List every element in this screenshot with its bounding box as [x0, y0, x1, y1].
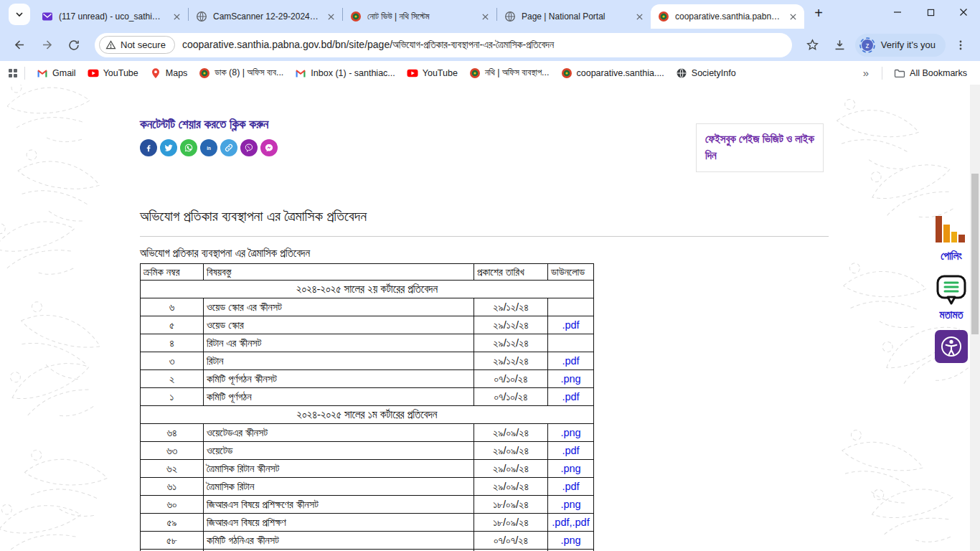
download-link[interactable]: .png — [560, 534, 580, 546]
download-cell: .png — [548, 460, 594, 478]
subject-cell: ত্রৈমাসিক রিটান স্কীনসট — [204, 460, 474, 478]
bookmark-star-button[interactable] — [801, 33, 825, 57]
tab-close-button[interactable] — [171, 13, 182, 21]
tab-title: CamScanner 12-29-2024 12. — [213, 11, 319, 22]
share-whatsapp-button[interactable] — [180, 139, 197, 156]
serial-cell: ৬৪ — [141, 424, 204, 442]
forward-button[interactable] — [34, 33, 59, 57]
accessibility-icon — [937, 332, 966, 361]
download-link[interactable]: .png — [560, 463, 580, 474]
download-link[interactable]: .pdf — [562, 481, 579, 492]
scrollbar-thumb[interactable] — [971, 174, 979, 334]
divider — [882, 67, 882, 80]
table-row: ২কমিটি পূর্ণগঠন স্কীনসট০৭/১০/২৪.png — [141, 370, 594, 388]
serial-cell: ৫৯ — [141, 514, 204, 532]
browser-tab[interactable]: (117 unread) - uco_sathia@y — [34, 4, 188, 29]
url-text[interactable]: cooparative.santhia.pabna.gov.bd/bn/site… — [182, 39, 782, 51]
browser-menu-button[interactable] — [948, 33, 973, 57]
feedback-widget[interactable] — [936, 274, 967, 310]
tab-close-button[interactable] — [633, 13, 645, 21]
bookmark-item[interactable]: YouTube — [82, 65, 144, 82]
bookmarks-overflow-button[interactable]: » — [856, 67, 876, 79]
column-header: বিষয়বস্তু — [204, 264, 474, 281]
tab-strip: (117 unread) - uco_sathia@yCamScanner 12… — [0, 0, 980, 29]
bookmark-item[interactable]: নথি | অফিস ব্যবস্থাপ... — [463, 65, 555, 82]
all-bookmarks-button[interactable]: All Bookmarks — [888, 65, 973, 82]
download-link[interactable]: .pdf — [562, 319, 579, 331]
bookmark-item[interactable]: ডাক (8) | অফিস ব্যব... — [193, 65, 289, 82]
bookmark-item[interactable]: SocietyInfo — [670, 65, 742, 82]
content-panel: কনটেন্টটি শেয়ার করতে ক্লিক করুন in ফেইস… — [118, 85, 836, 551]
feedback-label[interactable]: মতামত — [930, 309, 973, 321]
download-link[interactable]: .png — [560, 373, 580, 385]
bookmark-item[interactable]: YouTube — [401, 65, 463, 82]
reload-icon — [67, 39, 80, 52]
security-chip[interactable]: Not secure — [99, 36, 175, 54]
share-viber-button[interactable] — [240, 139, 258, 156]
download-link[interactable]: .pdf,.pdf — [552, 517, 589, 528]
new-tab-button[interactable]: + — [809, 4, 829, 24]
tab-close-button[interactable] — [325, 13, 336, 21]
reload-button[interactable] — [62, 33, 86, 57]
back-button[interactable] — [7, 33, 32, 57]
accessibility-button[interactable] — [935, 330, 968, 363]
share-link-button[interactable] — [220, 139, 237, 156]
page-scrollbar[interactable] — [970, 85, 980, 551]
table-row: ৪রিটান এর স্কীনসট২৯/১২/২৪ — [141, 334, 594, 352]
date-cell: ১৮/০৯/২৪ — [474, 514, 548, 532]
close-window-button[interactable] — [947, 0, 980, 24]
downloads-button[interactable] — [828, 33, 852, 57]
date-cell: ০৭/১০/২৪ — [474, 370, 548, 388]
download-link[interactable]: .pdf — [562, 445, 579, 456]
bookmark-item[interactable]: Gmail — [31, 65, 82, 82]
share-messenger-button[interactable] — [260, 139, 278, 156]
date-cell: ২৯/১২/২৪ — [474, 352, 548, 370]
maps-icon — [150, 67, 161, 79]
minimize-button[interactable] — [881, 0, 914, 24]
facebook-page-box[interactable]: ফেইসবুক পেইজ ভিজিট ও লাইক দিন — [696, 123, 824, 172]
browser-tab[interactable]: নোট ভিউ | নথি সিস্টেম — [343, 4, 496, 29]
profile-verify-button[interactable]: z Verify it's you — [855, 34, 946, 57]
speech-bubble-icon — [936, 274, 967, 307]
globe-icon — [504, 11, 516, 22]
globe-dark-icon — [676, 67, 687, 79]
maximize-button[interactable] — [914, 0, 947, 24]
viber-icon — [244, 143, 254, 153]
tab-close-button[interactable] — [787, 13, 798, 21]
browser-tab[interactable]: CamScanner 12-29-2024 12. — [189, 4, 342, 29]
download-link[interactable]: .png — [560, 499, 580, 510]
browser-tab[interactable]: Page | National Portal — [497, 4, 651, 29]
polling-label[interactable]: পোলিং — [930, 250, 973, 263]
download-link[interactable]: .pdf — [562, 391, 579, 402]
browser-tab-active[interactable]: cooparative.santhia.pabna.g — [651, 4, 804, 29]
tab-close-button[interactable] — [479, 13, 491, 21]
download-link[interactable]: .png — [560, 427, 580, 438]
download-cell — [548, 298, 594, 316]
bookmark-item[interactable]: cooparative.santhia.... — [555, 65, 670, 82]
bookmark-item[interactable]: Inbox (1) - santhiac... — [289, 65, 400, 82]
share-linkedin-button[interactable]: in — [200, 139, 217, 156]
share-facebook-button[interactable] — [140, 139, 157, 156]
bookmark-item[interactable]: Maps — [144, 65, 194, 82]
divider — [24, 67, 25, 80]
bookmark-label: SocietyInfo — [692, 68, 736, 78]
download-cell: .png — [548, 370, 594, 388]
tab-title: (117 unread) - uco_sathia@y — [59, 11, 165, 22]
table-row: ৫ওয়েড স্কোর২৯/১২/২৪.pdf — [141, 316, 594, 334]
tab-search-button[interactable] — [9, 4, 30, 25]
polling-widget[interactable] — [934, 212, 967, 248]
address-bar[interactable]: Not secure cooparative.santhia.pabna.gov… — [95, 33, 792, 57]
bookmark-label: Maps — [166, 68, 188, 78]
verify-label: Verify it's you — [881, 39, 936, 50]
close-icon — [327, 13, 335, 21]
mail-icon — [42, 11, 53, 22]
close-icon — [959, 8, 968, 17]
serial-cell: ৬২ — [141, 460, 204, 478]
share-twitter-button[interactable] — [160, 139, 177, 156]
download-link[interactable]: .pdf — [562, 355, 579, 367]
kebab-menu-icon — [955, 39, 966, 51]
folder-icon — [894, 67, 905, 79]
bd-govt-icon — [658, 11, 669, 22]
apps-grid-button[interactable] — [7, 67, 19, 79]
close-icon — [173, 13, 181, 21]
